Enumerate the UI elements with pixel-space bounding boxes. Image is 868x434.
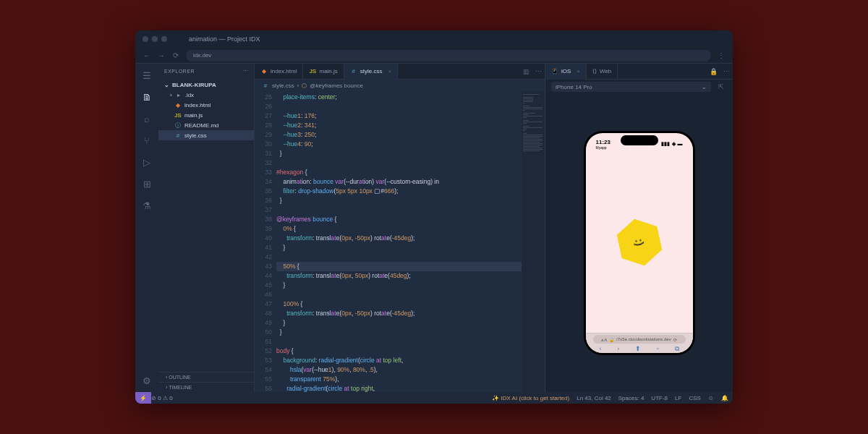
feedback-icon[interactable]: ☺ <box>708 395 714 401</box>
search-icon[interactable]: ⌕ <box>140 111 154 126</box>
reload-icon[interactable]: ⟳ <box>673 337 677 342</box>
titlebar: animation — Project IDX <box>135 30 733 48</box>
close-dot[interactable] <box>142 36 148 42</box>
tab-web[interactable]: ⟨⟩Web <box>587 64 618 80</box>
tab-ios[interactable]: 📱iOS× <box>545 64 587 80</box>
forward-icon[interactable]: › <box>617 345 619 353</box>
forward-icon[interactable]: → <box>157 51 166 60</box>
editor-tabs: ◆index.html JSmain.js #style.css× ▥ ⋯ <box>255 64 545 80</box>
wifi-icon: ◈ <box>672 141 676 147</box>
device-selector[interactable]: iPhone 14 Pro⌄ <box>551 82 711 92</box>
status-bar: ⚡ ⊘ 0 ⚠ 0 ✨ IDX AI (click to get started… <box>135 392 733 404</box>
phone-screen: 11:23Myapp ▮▮▮◈▬ :) ᴀA🔒i7u5e.cloudworkst… <box>586 133 693 353</box>
tab-main-js[interactable]: JSmain.js <box>303 64 344 80</box>
menu-icon[interactable]: ☰ <box>140 68 154 82</box>
ide-body: ☰ 🗎 ⌕ ⑂ ▷ ⊞ ⚗ ⚙ EXPLORER ⋯ ⌄BLANK-KIRUPA… <box>135 64 733 392</box>
cursor-position[interactable]: Ln 43, Col 42 <box>576 395 611 401</box>
folder-idx[interactable]: ›▸.idx <box>158 90 254 100</box>
explorer-icon[interactable]: 🗎 <box>140 90 154 104</box>
chevron-down-icon: ⌄ <box>702 84 707 90</box>
minimap[interactable] <box>522 91 545 392</box>
timeline-section[interactable]: › TIMELINE <box>158 382 254 392</box>
bell-icon[interactable]: 🔔 <box>721 395 728 401</box>
more-icon[interactable]: ⋮ <box>717 51 726 60</box>
safari-controls: ‹›⬆▫⧉ <box>586 345 693 353</box>
eol[interactable]: LF <box>675 395 681 401</box>
tab-style-css[interactable]: #style.css× <box>344 64 398 80</box>
preview-tabs: 📱iOS× ⟨⟩Web 🔒 ⋯ <box>545 64 733 80</box>
lock-icon[interactable]: 🔒 <box>707 68 720 75</box>
explorer-header: EXPLORER ⋯ <box>158 64 254 78</box>
hexagon-shape: :) <box>610 214 667 271</box>
file-readme[interactable]: ⓘREADME.md <box>158 120 254 130</box>
traffic-lights[interactable] <box>142 36 167 42</box>
breadcrumb[interactable]: #style.css › ⬡ @keyframes bounce <box>255 80 545 91</box>
signal-icon: ▮▮▮ <box>661 141 670 147</box>
close-icon[interactable]: × <box>576 68 580 75</box>
browser-window: animation — Project IDX ← → ⟳ idx.dev ⋮ … <box>135 30 733 404</box>
explorer-title: EXPLORER <box>164 69 195 74</box>
url-text: idx.dev <box>193 52 211 59</box>
tab-more-icon[interactable]: ⋯ <box>532 68 545 75</box>
window-title: animation — Project IDX <box>189 35 260 43</box>
preview-panel: 📱iOS× ⟨⟩Web 🔒 ⋯ iPhone 14 Pro⌄ ⇱ 11:23My… <box>545 64 733 392</box>
source-control-icon[interactable]: ⑂ <box>140 133 154 148</box>
minimize-dot[interactable] <box>152 36 158 42</box>
explorer-more-icon[interactable]: ⋯ <box>243 68 249 74</box>
debug-icon[interactable]: ▷ <box>140 155 154 169</box>
status-app: Myapp <box>596 145 610 150</box>
device-selector-bar: iPhone 14 Pro⌄ ⇱ <box>545 80 733 94</box>
editor-group: ◆index.html JSmain.js #style.css× ▥ ⋯ #s… <box>255 64 545 392</box>
share-icon[interactable]: ⬆ <box>635 345 641 353</box>
close-tab-icon[interactable]: × <box>388 68 391 75</box>
file-style-css[interactable]: #style.css <box>158 130 254 140</box>
file-tree: ⌄BLANK-KIRUPA ›▸.idx ◆index.html JSmain.… <box>158 78 254 372</box>
bookmarks-icon[interactable]: ▫ <box>657 345 659 353</box>
beaker-icon[interactable]: ⚗ <box>140 198 154 213</box>
project-root[interactable]: ⌄BLANK-KIRUPA <box>158 80 254 90</box>
code-area[interactable]: place-items: center; --hue1: 176; --hue2… <box>276 91 522 392</box>
tabs-icon[interactable]: ⧉ <box>675 345 679 353</box>
status-right: ▮▮▮◈▬ <box>661 141 683 147</box>
activity-bar: ☰ 🗎 ⌕ ⑂ ▷ ⊞ ⚗ ⚙ <box>135 64 158 392</box>
safari-toolbar: ᴀA🔒i7u5e.cloudworkstations.dev⟳ ‹›⬆▫⧉ <box>586 333 693 353</box>
language-mode[interactable]: CSS <box>689 395 700 401</box>
code-icon: ⟨⟩ <box>592 68 597 75</box>
file-main-js[interactable]: JSmain.js <box>158 110 254 120</box>
problems-indicator[interactable]: ⊘ 0 ⚠ 0 <box>151 395 173 401</box>
remote-indicator[interactable]: ⚡ <box>135 392 151 404</box>
settings-icon[interactable]: ⚙ <box>140 373 154 388</box>
reload-icon[interactable]: ⟳ <box>171 51 180 60</box>
tab-index-html[interactable]: ◆index.html <box>255 64 303 80</box>
split-editor-icon[interactable]: ▥ <box>520 68 532 75</box>
dynamic-island <box>621 135 658 145</box>
iphone-frame: 11:23Myapp ▮▮▮◈▬ :) ᴀA🔒i7u5e.cloudworkst… <box>584 131 695 355</box>
encoding[interactable]: UTF-8 <box>651 395 668 401</box>
browser-toolbar: ← → ⟳ idx.dev ⋮ <box>135 48 733 64</box>
preview-more-icon[interactable]: ⋯ <box>720 68 733 75</box>
outline-section[interactable]: › OUTLINE <box>158 372 254 382</box>
maximize-dot[interactable] <box>161 36 167 42</box>
extensions-icon[interactable]: ⊞ <box>140 176 154 191</box>
idx-ai-button[interactable]: ✨ IDX AI (click to get started) <box>492 395 569 401</box>
back-icon[interactable]: ← <box>142 51 151 60</box>
code-editor[interactable]: 2526272829303132333435363738394041424344… <box>255 91 545 392</box>
device-preview: 11:23Myapp ▮▮▮◈▬ :) ᴀA🔒i7u5e.cloudworkst… <box>545 94 733 392</box>
battery-icon: ▬ <box>678 141 683 147</box>
popout-icon[interactable]: ⇱ <box>715 83 727 90</box>
indentation[interactable]: Spaces: 4 <box>618 395 644 401</box>
file-index-html[interactable]: ◆index.html <box>158 100 254 110</box>
phone-icon: 📱 <box>551 68 558 75</box>
back-icon[interactable]: ‹ <box>599 345 601 353</box>
lock-icon: 🔒 <box>609 337 614 342</box>
url-bar[interactable]: idx.dev <box>186 50 711 61</box>
status-time: 11:23 <box>596 139 610 145</box>
safari-address-bar[interactable]: ᴀA🔒i7u5e.cloudworkstations.dev⟳ <box>593 335 686 344</box>
explorer-sidebar: EXPLORER ⋯ ⌄BLANK-KIRUPA ›▸.idx ◆index.h… <box>158 64 255 392</box>
app-content: :) <box>586 152 693 333</box>
line-gutter: 2526272829303132333435363738394041424344… <box>255 91 276 392</box>
